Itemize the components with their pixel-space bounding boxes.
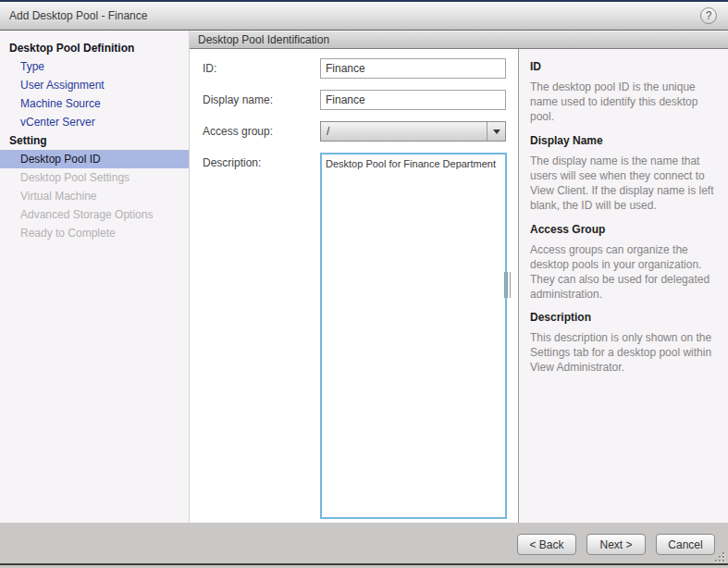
help-icon[interactable]: ? (700, 7, 717, 24)
help-text-id: The desktop pool ID is the unique name u… (530, 80, 717, 125)
description-label: Description: (203, 153, 320, 519)
nav-item-vcenter-server[interactable]: vCenter Server (0, 113, 189, 131)
resize-grip-icon[interactable] (714, 551, 724, 562)
nav-section-setting: Setting (0, 131, 189, 150)
access-group-select[interactable]: / (320, 121, 506, 142)
nav-item-advanced-storage-options: Advanced Storage Options (0, 205, 189, 224)
nav-item-desktop-pool-settings: Desktop Pool Settings (0, 168, 189, 187)
display-name-input[interactable] (320, 90, 506, 110)
access-group-value: / (321, 125, 487, 138)
page-title: Desktop Pool Identification (190, 31, 728, 49)
content-area: ID: Display name: Access group: / (190, 49, 728, 523)
description-textarea[interactable]: Desktop Pool for Finance Department (320, 153, 507, 519)
wizard-step-nav: Desktop Pool Definition Type User Assign… (0, 31, 189, 523)
help-heading-access-group: Access Group (530, 223, 717, 236)
nav-item-virtual-machine: Virtual Machine (0, 187, 189, 205)
form-row-id: ID: (203, 58, 518, 79)
access-group-label: Access group: (203, 121, 320, 142)
title-bar: Add Desktop Pool - Finance ? (0, 2, 728, 31)
pool-identification-form: ID: Display name: Access group: / (190, 49, 518, 523)
help-heading-description: Description (530, 311, 717, 324)
wizard-buttons: < Back Next > Cancel (517, 534, 715, 555)
dialog-body: Desktop Pool Definition Type User Assign… (0, 31, 728, 523)
back-button[interactable]: < Back (517, 534, 576, 555)
main-panel: Desktop Pool Identification ID: Display … (189, 31, 728, 523)
id-label: ID: (203, 58, 320, 79)
panel-splitter-handle[interactable] (504, 272, 512, 298)
next-button[interactable]: Next > (586, 534, 646, 555)
add-desktop-pool-dialog: Add Desktop Pool - Finance ? Desktop Poo… (0, 0, 728, 568)
help-text-access-group: Access groups can organize the desktop p… (530, 243, 717, 303)
dialog-title: Add Desktop Pool - Finance (9, 9, 147, 22)
cancel-button[interactable]: Cancel (656, 534, 715, 555)
id-input[interactable] (320, 58, 506, 79)
nav-item-type[interactable]: Type (0, 57, 189, 76)
help-heading-display-name: Display Name (530, 134, 717, 147)
form-row-access-group: Access group: / (203, 121, 518, 142)
footer-divider (0, 563, 728, 565)
help-panel: ID The desktop pool ID is the unique nam… (518, 49, 728, 523)
nav-section-desktop-pool-definition: Desktop Pool Definition (0, 39, 189, 57)
chevron-down-icon[interactable] (487, 122, 505, 141)
help-heading-id: ID (530, 60, 717, 73)
form-row-description: Description: Desktop Pool for Finance De… (203, 153, 518, 519)
nav-item-user-assignment[interactable]: User Assignment (0, 76, 189, 94)
nav-item-ready-to-complete: Ready to Complete (0, 224, 189, 242)
footer-bar: < Back Next > Cancel (0, 523, 728, 568)
form-row-display-name: Display name: (203, 90, 518, 110)
help-text-display-name: The display name is the name that users … (530, 154, 717, 214)
nav-item-machine-source[interactable]: Machine Source (0, 94, 189, 113)
display-name-label: Display name: (203, 90, 320, 110)
nav-item-desktop-pool-id[interactable]: Desktop Pool ID (0, 150, 189, 168)
help-text-description: This description is only shown on the Se… (530, 331, 717, 376)
